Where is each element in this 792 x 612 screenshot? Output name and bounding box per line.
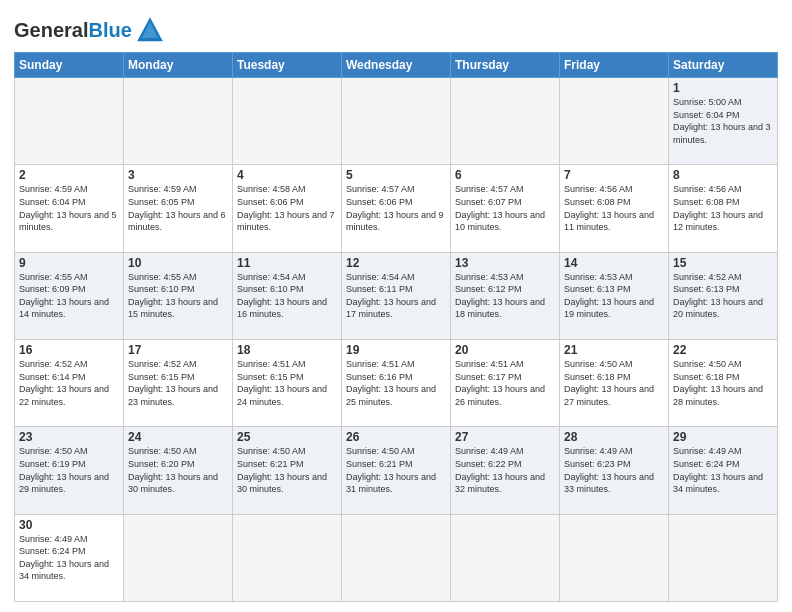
calendar-week-row: 2Sunrise: 4:59 AM Sunset: 6:04 PM Daylig…: [15, 165, 778, 252]
table-row: [233, 514, 342, 601]
day-number: 20: [455, 343, 555, 357]
day-number: 15: [673, 256, 773, 270]
day-number: 30: [19, 518, 119, 532]
day-info: Sunrise: 4:50 AM Sunset: 6:20 PM Dayligh…: [128, 445, 228, 495]
day-info: Sunrise: 4:53 AM Sunset: 6:12 PM Dayligh…: [455, 271, 555, 321]
day-number: 19: [346, 343, 446, 357]
table-row: 9Sunrise: 4:55 AM Sunset: 6:09 PM Daylig…: [15, 252, 124, 339]
col-tuesday: Tuesday: [233, 53, 342, 78]
day-info: Sunrise: 4:50 AM Sunset: 6:18 PM Dayligh…: [673, 358, 773, 408]
table-row: 25Sunrise: 4:50 AM Sunset: 6:21 PM Dayli…: [233, 427, 342, 514]
table-row: [560, 514, 669, 601]
day-number: 5: [346, 168, 446, 182]
day-info: Sunrise: 5:00 AM Sunset: 6:04 PM Dayligh…: [673, 96, 773, 146]
table-row: 17Sunrise: 4:52 AM Sunset: 6:15 PM Dayli…: [124, 339, 233, 426]
table-row: 2Sunrise: 4:59 AM Sunset: 6:04 PM Daylig…: [15, 165, 124, 252]
table-row: [124, 78, 233, 165]
table-row: [451, 514, 560, 601]
day-info: Sunrise: 4:50 AM Sunset: 6:21 PM Dayligh…: [346, 445, 446, 495]
table-row: 29Sunrise: 4:49 AM Sunset: 6:24 PM Dayli…: [669, 427, 778, 514]
table-row: [669, 514, 778, 601]
table-row: [124, 514, 233, 601]
calendar-week-row: 23Sunrise: 4:50 AM Sunset: 6:19 PM Dayli…: [15, 427, 778, 514]
table-row: 12Sunrise: 4:54 AM Sunset: 6:11 PM Dayli…: [342, 252, 451, 339]
logo: GeneralBlue: [14, 14, 166, 46]
col-sunday: Sunday: [15, 53, 124, 78]
day-info: Sunrise: 4:49 AM Sunset: 6:23 PM Dayligh…: [564, 445, 664, 495]
table-row: 28Sunrise: 4:49 AM Sunset: 6:23 PM Dayli…: [560, 427, 669, 514]
day-number: 1: [673, 81, 773, 95]
day-number: 6: [455, 168, 555, 182]
day-number: 24: [128, 430, 228, 444]
table-row: 16Sunrise: 4:52 AM Sunset: 6:14 PM Dayli…: [15, 339, 124, 426]
day-info: Sunrise: 4:50 AM Sunset: 6:21 PM Dayligh…: [237, 445, 337, 495]
table-row: 4Sunrise: 4:58 AM Sunset: 6:06 PM Daylig…: [233, 165, 342, 252]
day-info: Sunrise: 4:55 AM Sunset: 6:09 PM Dayligh…: [19, 271, 119, 321]
col-thursday: Thursday: [451, 53, 560, 78]
day-number: 26: [346, 430, 446, 444]
day-number: 25: [237, 430, 337, 444]
table-row: 14Sunrise: 4:53 AM Sunset: 6:13 PM Dayli…: [560, 252, 669, 339]
day-number: 27: [455, 430, 555, 444]
day-number: 21: [564, 343, 664, 357]
day-info: Sunrise: 4:59 AM Sunset: 6:04 PM Dayligh…: [19, 183, 119, 233]
day-info: Sunrise: 4:50 AM Sunset: 6:19 PM Dayligh…: [19, 445, 119, 495]
day-info: Sunrise: 4:55 AM Sunset: 6:10 PM Dayligh…: [128, 271, 228, 321]
table-row: 10Sunrise: 4:55 AM Sunset: 6:10 PM Dayli…: [124, 252, 233, 339]
day-info: Sunrise: 4:52 AM Sunset: 6:14 PM Dayligh…: [19, 358, 119, 408]
table-row: 8Sunrise: 4:56 AM Sunset: 6:08 PM Daylig…: [669, 165, 778, 252]
day-info: Sunrise: 4:51 AM Sunset: 6:17 PM Dayligh…: [455, 358, 555, 408]
day-number: 22: [673, 343, 773, 357]
header: GeneralBlue: [14, 10, 778, 46]
calendar-week-row: 30Sunrise: 4:49 AM Sunset: 6:24 PM Dayli…: [15, 514, 778, 601]
table-row: [233, 78, 342, 165]
day-info: Sunrise: 4:56 AM Sunset: 6:08 PM Dayligh…: [673, 183, 773, 233]
day-number: 8: [673, 168, 773, 182]
table-row: [560, 78, 669, 165]
col-saturday: Saturday: [669, 53, 778, 78]
day-number: 9: [19, 256, 119, 270]
day-info: Sunrise: 4:56 AM Sunset: 6:08 PM Dayligh…: [564, 183, 664, 233]
day-info: Sunrise: 4:51 AM Sunset: 6:16 PM Dayligh…: [346, 358, 446, 408]
day-number: 10: [128, 256, 228, 270]
table-row: 13Sunrise: 4:53 AM Sunset: 6:12 PM Dayli…: [451, 252, 560, 339]
day-info: Sunrise: 4:52 AM Sunset: 6:15 PM Dayligh…: [128, 358, 228, 408]
table-row: 20Sunrise: 4:51 AM Sunset: 6:17 PM Dayli…: [451, 339, 560, 426]
day-number: 29: [673, 430, 773, 444]
day-number: 11: [237, 256, 337, 270]
table-row: 5Sunrise: 4:57 AM Sunset: 6:06 PM Daylig…: [342, 165, 451, 252]
day-number: 3: [128, 168, 228, 182]
table-row: 18Sunrise: 4:51 AM Sunset: 6:15 PM Dayli…: [233, 339, 342, 426]
table-row: 22Sunrise: 4:50 AM Sunset: 6:18 PM Dayli…: [669, 339, 778, 426]
day-info: Sunrise: 4:53 AM Sunset: 6:13 PM Dayligh…: [564, 271, 664, 321]
table-row: [342, 514, 451, 601]
table-row: 26Sunrise: 4:50 AM Sunset: 6:21 PM Dayli…: [342, 427, 451, 514]
day-info: Sunrise: 4:52 AM Sunset: 6:13 PM Dayligh…: [673, 271, 773, 321]
table-row: 1Sunrise: 5:00 AM Sunset: 6:04 PM Daylig…: [669, 78, 778, 165]
col-wednesday: Wednesday: [342, 53, 451, 78]
table-row: 11Sunrise: 4:54 AM Sunset: 6:10 PM Dayli…: [233, 252, 342, 339]
table-row: 3Sunrise: 4:59 AM Sunset: 6:05 PM Daylig…: [124, 165, 233, 252]
table-row: [15, 78, 124, 165]
calendar-week-row: 1Sunrise: 5:00 AM Sunset: 6:04 PM Daylig…: [15, 78, 778, 165]
day-info: Sunrise: 4:59 AM Sunset: 6:05 PM Dayligh…: [128, 183, 228, 233]
day-info: Sunrise: 4:57 AM Sunset: 6:07 PM Dayligh…: [455, 183, 555, 233]
table-row: 21Sunrise: 4:50 AM Sunset: 6:18 PM Dayli…: [560, 339, 669, 426]
day-info: Sunrise: 4:49 AM Sunset: 6:22 PM Dayligh…: [455, 445, 555, 495]
day-number: 17: [128, 343, 228, 357]
day-info: Sunrise: 4:49 AM Sunset: 6:24 PM Dayligh…: [19, 533, 119, 583]
day-number: 7: [564, 168, 664, 182]
day-number: 23: [19, 430, 119, 444]
day-info: Sunrise: 4:54 AM Sunset: 6:11 PM Dayligh…: [346, 271, 446, 321]
day-number: 2: [19, 168, 119, 182]
table-row: 7Sunrise: 4:56 AM Sunset: 6:08 PM Daylig…: [560, 165, 669, 252]
day-info: Sunrise: 4:58 AM Sunset: 6:06 PM Dayligh…: [237, 183, 337, 233]
calendar-table: Sunday Monday Tuesday Wednesday Thursday…: [14, 52, 778, 602]
day-number: 18: [237, 343, 337, 357]
day-info: Sunrise: 4:50 AM Sunset: 6:18 PM Dayligh…: [564, 358, 664, 408]
day-number: 12: [346, 256, 446, 270]
day-number: 16: [19, 343, 119, 357]
table-row: 23Sunrise: 4:50 AM Sunset: 6:19 PM Dayli…: [15, 427, 124, 514]
table-row: 24Sunrise: 4:50 AM Sunset: 6:20 PM Dayli…: [124, 427, 233, 514]
table-row: 30Sunrise: 4:49 AM Sunset: 6:24 PM Dayli…: [15, 514, 124, 601]
